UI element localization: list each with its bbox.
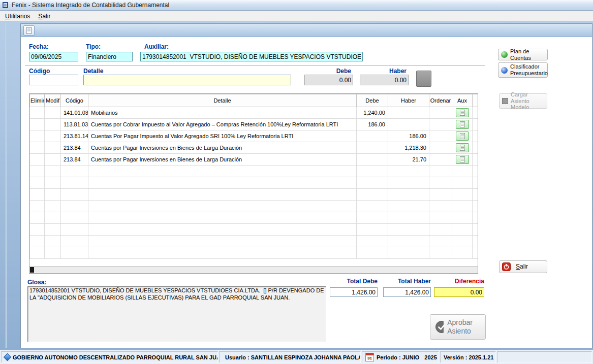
diferencia-value (434, 287, 484, 297)
table-row[interactable] (30, 177, 479, 189)
cell-ordenar (429, 119, 452, 130)
cell-debe (357, 224, 388, 236)
cell-filler (473, 201, 479, 212)
clasificador-icon (501, 67, 508, 74)
calendar-icon-top (366, 353, 373, 355)
app-icon (2, 2, 9, 9)
aux-document-icon (460, 156, 465, 162)
table-row[interactable]: 113.81.03 Cuentas por Cobrar Impuesto al… (30, 119, 479, 130)
table-row[interactable] (30, 166, 479, 177)
statusbar-empty (497, 351, 592, 363)
table-row[interactable] (30, 224, 479, 236)
entries-table: Elimin Modif Código Detalle Debe Haber O… (29, 94, 478, 259)
cell-codigo (61, 212, 88, 224)
header-aux: Aux (452, 94, 473, 107)
cell-haber (388, 247, 429, 259)
cell-debe: 186.00 (357, 119, 388, 130)
table-row[interactable] (30, 201, 479, 212)
cell-ordenar (429, 154, 452, 166)
glosa-textarea[interactable]: 1793014852001 VTSTUDIO, DISEÑO DE MUEBLE… (27, 286, 326, 342)
cargar-asiento-icon (502, 98, 508, 104)
table-row[interactable] (30, 212, 479, 224)
cell-aux (452, 107, 473, 119)
asiento-form-panel: Fecha: Tipo: Auxiliar: Código Detalle De… (20, 23, 592, 348)
cell-debe (357, 247, 388, 259)
table-row[interactable] (30, 189, 479, 201)
calendar-icon-day: 31 (366, 356, 373, 361)
table-row[interactable]: 213.84 Cuentas por Pagar Inversiones en … (30, 154, 479, 166)
auxiliar-label: Auxiliar: (144, 43, 169, 50)
cell-debe (357, 166, 388, 177)
cell-detalle: Cuentas por Pagar Inversiones en Bienes … (88, 154, 357, 166)
aux-button[interactable] (456, 155, 469, 164)
aux-document-icon (460, 145, 465, 151)
aux-button[interactable] (456, 108, 469, 117)
cell-elimin (30, 224, 45, 236)
table-row[interactable]: 213.81.14 Cuentas Por Pagar Impuesto al … (30, 130, 479, 142)
horizontal-scrollbar[interactable] (29, 266, 478, 273)
periodo-anio: 2025 (424, 354, 436, 360)
usuario-text: Usuario : SANTILLAN ESPINOZA JOHANNA PAO… (225, 354, 361, 360)
cargar-asiento-button[interactable]: Cargar Asiento Modelo (499, 93, 547, 109)
add-entry-button[interactable] (416, 71, 431, 87)
cell-detalle (88, 212, 357, 224)
tipo-label: Tipo: (86, 43, 101, 50)
header-filler (473, 94, 479, 107)
auxiliar-input[interactable] (140, 52, 363, 61)
aux-document-icon (460, 133, 465, 139)
total-haber-label: Total Haber (383, 278, 431, 285)
cell-modif (45, 224, 61, 236)
cell-elimin (30, 130, 45, 142)
cell-elimin (30, 166, 45, 177)
table-row[interactable] (30, 247, 479, 259)
table-row[interactable]: 213.84 Cuentas por Pagar Inversiones en … (30, 142, 479, 154)
statusbar-version: Versión : 2025.1.21 (440, 351, 496, 363)
cell-debe (357, 154, 388, 166)
codigo-input[interactable] (29, 75, 78, 85)
debe-label: Debe (304, 68, 351, 75)
client-left-groove (6, 23, 7, 348)
cell-filler (473, 247, 479, 259)
cell-filler (473, 119, 479, 130)
cell-debe (357, 130, 388, 142)
clasificador-button[interactable]: Clasificador Presupuestario (498, 62, 548, 78)
form-toolbar (21, 24, 592, 37)
cell-modif (45, 142, 61, 154)
salir-button[interactable]: Salir (499, 260, 547, 273)
total-debe-label: Total Debe (330, 278, 378, 285)
tipo-input[interactable] (86, 52, 133, 61)
cell-aux (452, 189, 473, 201)
cell-elimin (30, 154, 45, 166)
plan-de-cuentas-button[interactable]: Plan de Cuentas (498, 49, 548, 60)
table-row[interactable] (30, 236, 479, 247)
aux-button[interactable] (456, 120, 469, 129)
new-record-button[interactable] (23, 25, 35, 36)
cell-aux (452, 119, 473, 130)
menubar: Utilitarios Salir (0, 11, 593, 22)
cell-detalle (88, 247, 357, 259)
detalle-label: Detalle (83, 68, 103, 75)
aprobar-asiento-button[interactable]: Aprobar Asiento (430, 314, 486, 340)
total-haber-value (383, 287, 431, 297)
cell-filler (473, 177, 479, 189)
scrollbar-thumb[interactable] (30, 267, 34, 273)
cell-ordenar (429, 130, 452, 142)
cell-codigo: 213.84 (61, 154, 88, 166)
cell-detalle (88, 224, 357, 236)
cell-modif (45, 107, 61, 119)
cell-modif (45, 201, 61, 212)
cell-codigo: 213.84 (61, 142, 88, 154)
aux-button[interactable] (456, 131, 469, 141)
menu-utilitarios[interactable]: Utilitarios (2, 12, 34, 21)
cell-debe (357, 142, 388, 154)
cell-detalle (88, 166, 357, 177)
fecha-input[interactable] (29, 52, 78, 61)
table-row[interactable]: 141.01.03 Mobiliarios 1,240.00 (30, 107, 479, 119)
statusbar-usuario: Usuario : SANTILLAN ESPINOZA JOHANNA PAO… (219, 351, 361, 363)
menu-salir[interactable]: Salir (35, 12, 54, 21)
cell-codigo (61, 247, 88, 259)
detalle-input[interactable] (83, 75, 291, 85)
cargar-asiento-label: Cargar Asiento Modelo (511, 91, 544, 111)
aux-button[interactable] (456, 143, 469, 152)
cell-aux (452, 212, 473, 224)
